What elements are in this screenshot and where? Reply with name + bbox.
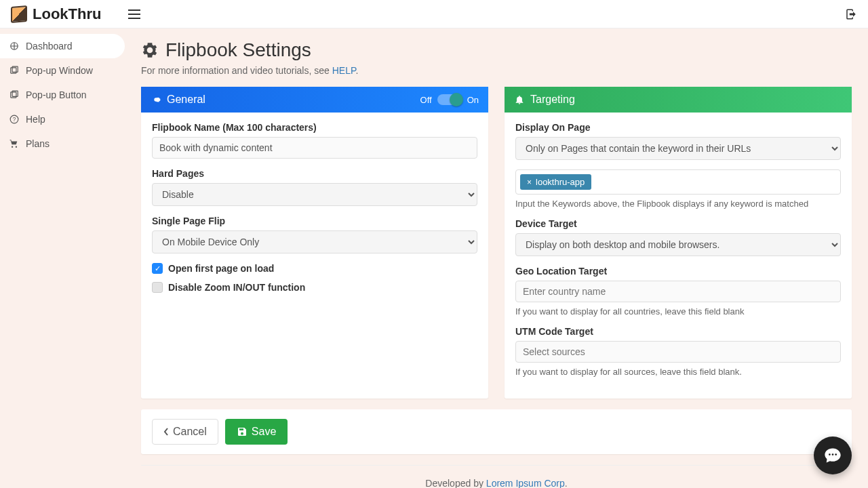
window-icon xyxy=(9,66,19,75)
general-toggle[interactable] xyxy=(437,94,462,105)
keyword-tag: × lookthru-app xyxy=(520,174,591,190)
toggle-on-label: On xyxy=(467,95,479,105)
chat-button[interactable] xyxy=(814,436,852,474)
single-page-label: Single Page Flip xyxy=(152,216,477,226)
device-target-select[interactable]: Display on both desktop and mobile brows… xyxy=(515,233,841,256)
button-icon xyxy=(9,90,19,100)
sidebar: Dashboard Pop-up Window Pop-up Button ? … xyxy=(0,28,125,488)
sidebar-item-dashboard[interactable]: Dashboard xyxy=(0,34,125,58)
svg-text:?: ? xyxy=(13,117,16,123)
topbar: LookThru xyxy=(0,0,868,28)
utm-target-label: UTM Code Target xyxy=(515,326,841,337)
hard-pages-select[interactable]: Disable xyxy=(152,183,477,206)
brand[interactable]: LookThru xyxy=(11,5,101,23)
save-button[interactable]: Save xyxy=(225,419,288,445)
keywords-input[interactable]: × lookthru-app xyxy=(515,169,841,195)
logout-button[interactable] xyxy=(845,8,857,20)
sidebar-item-help[interactable]: ? Help xyxy=(0,107,125,131)
actions-bar: Cancel Save xyxy=(141,409,852,454)
sidebar-item-label: Plans xyxy=(26,138,50,149)
help-link[interactable]: HELP xyxy=(332,65,356,76)
sidebar-item-label: Pop-up Button xyxy=(26,89,87,100)
help-icon: ? xyxy=(9,115,19,124)
geo-target-label: Geo Location Target xyxy=(515,266,841,277)
cart-icon xyxy=(9,139,19,148)
brand-text: LookThru xyxy=(33,5,101,23)
sidebar-item-popup-button[interactable]: Pop-up Button xyxy=(0,83,125,107)
display-on-page-select[interactable]: Only on Pages that contain the keyword i… xyxy=(515,137,841,160)
disable-zoom-label: Disable Zoom IN/OUT function xyxy=(168,282,305,293)
hamburger-icon[interactable] xyxy=(128,9,140,19)
open-first-checkbox[interactable]: ✓ xyxy=(152,263,163,274)
display-on-page-label: Display On Page xyxy=(515,122,841,133)
general-card: General Off On Flipbook Name (Max 100 ch… xyxy=(141,87,488,399)
flipbook-name-input[interactable] xyxy=(152,137,477,159)
save-icon xyxy=(237,426,248,437)
page-subtitle: For more information and video tutorials… xyxy=(141,65,852,76)
dashboard-icon xyxy=(9,41,19,51)
logout-icon xyxy=(845,8,857,20)
sidebar-item-plans[interactable]: Plans xyxy=(0,131,125,156)
flipbook-name-label: Flipbook Name (Max 100 characters) xyxy=(152,122,477,133)
page-title: Flipbook Settings xyxy=(141,39,852,61)
gear-icon xyxy=(141,41,159,59)
book-icon xyxy=(11,5,27,22)
disable-zoom-checkbox[interactable] xyxy=(152,282,163,293)
bell-icon xyxy=(514,94,525,105)
chat-icon xyxy=(823,446,842,465)
open-first-label: Open first page on load xyxy=(168,263,274,274)
cancel-button[interactable]: Cancel xyxy=(152,419,218,445)
toggle-off-label: Off xyxy=(420,95,432,105)
remove-tag-icon[interactable]: × xyxy=(527,178,532,187)
geo-help: If you want to display for all countries… xyxy=(515,306,841,317)
device-target-label: Device Target xyxy=(515,218,841,229)
chevron-left-icon xyxy=(163,427,169,436)
hard-pages-label: Hard Pages xyxy=(152,168,477,179)
sidebar-item-label: Pop-up Window xyxy=(26,65,93,76)
geo-target-input[interactable] xyxy=(515,281,841,302)
sidebar-item-label: Dashboard xyxy=(26,41,73,52)
targeting-header: Targeting xyxy=(505,87,852,113)
single-page-select[interactable]: On Mobile Device Only xyxy=(152,230,477,253)
targeting-card: Targeting Display On Page Only on Pages … xyxy=(505,87,852,399)
footer: Developed by Lorem Ipsum Corp. xyxy=(141,465,852,488)
main-content: Flipbook Settings For more information a… xyxy=(125,28,868,488)
sidebar-item-label: Help xyxy=(26,114,45,125)
general-header: General Off On xyxy=(141,87,488,113)
utm-help: If you want to display for all sources, … xyxy=(515,367,841,377)
sidebar-item-popup-window[interactable]: Pop-up Window xyxy=(0,58,125,83)
footer-link[interactable]: Lorem Ipsum Corp xyxy=(486,478,565,488)
gears-icon xyxy=(151,94,161,105)
keywords-help: Input the Keywords above, the Flipbook d… xyxy=(515,199,841,209)
utm-target-input[interactable] xyxy=(515,341,841,363)
